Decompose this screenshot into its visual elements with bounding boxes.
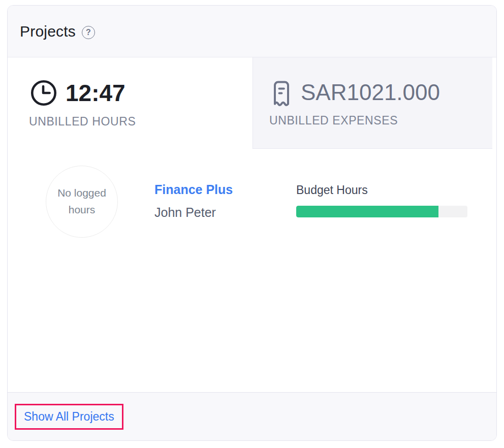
widget-footer: Show All Projects [8, 392, 496, 440]
help-icon[interactable]: ? [82, 26, 95, 39]
highlight-box: Show All Projects [15, 404, 123, 430]
projects-list: No logged hours Finance Plus John Peter … [8, 149, 496, 392]
receipt-icon [269, 78, 294, 107]
budget-progress [296, 206, 467, 217]
show-all-projects-link[interactable]: Show All Projects [24, 410, 114, 423]
stat-tabs: 12:47 UNBILLED HOURS SAR1021.000 UNBILLE… [8, 57, 496, 149]
customer-name: John Peter [154, 205, 233, 220]
logged-hours-circle: No logged hours [46, 166, 118, 238]
tab-unbilled-hours[interactable]: 12:47 UNBILLED HOURS [8, 57, 253, 149]
budget-hours-label: Budget Hours [296, 183, 467, 197]
budget-progress-fill [296, 206, 438, 217]
page-title: Projects [20, 23, 76, 40]
stat-value: SAR1021.000 [301, 80, 440, 105]
logged-hours-placeholder: No logged hours [54, 185, 110, 218]
project-info: Finance Plus John Peter [154, 182, 233, 220]
tab-unbilled-expenses[interactable]: SAR1021.000 UNBILLED EXPENSES [253, 57, 492, 149]
stat-label: UNBILLED EXPENSES [269, 114, 492, 127]
project-name-link[interactable]: Finance Plus [154, 182, 233, 197]
widget-header: Projects ? [8, 6, 496, 57]
stat-value: 12:47 [66, 79, 125, 107]
stat-label: UNBILLED HOURS [29, 115, 253, 129]
budget-hours-section: Budget Hours [296, 183, 467, 217]
clock-icon [29, 78, 58, 108]
projects-widget: Projects ? 12:47 UNBILLED HOURS [7, 5, 497, 441]
